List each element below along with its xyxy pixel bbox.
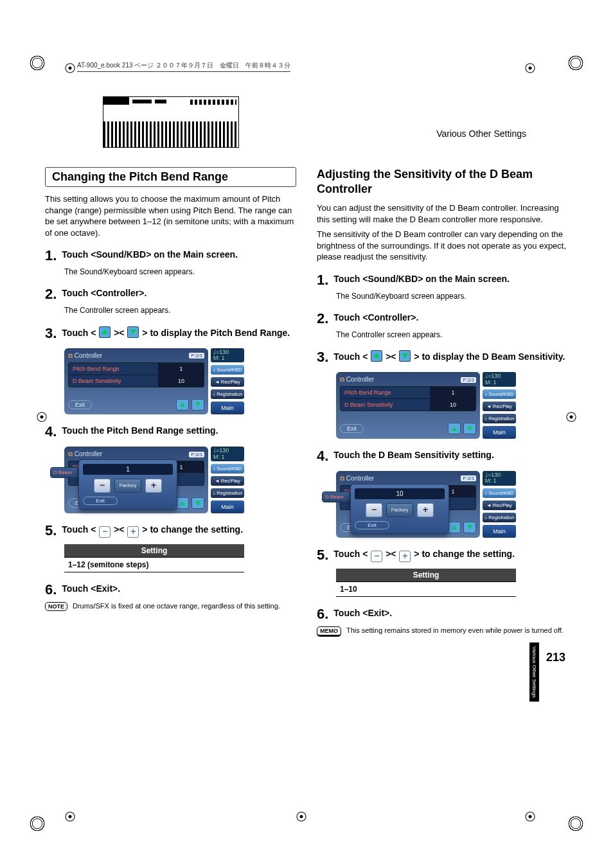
step-text: Touch <Controller>. <box>333 312 418 323</box>
setting-value: 10 <box>431 398 475 411</box>
down-button <box>191 497 204 509</box>
up-arrow-icon <box>371 350 382 362</box>
step-frag: > to change the setting. <box>139 524 243 535</box>
step-frag: Touch < <box>333 351 370 362</box>
setting-value: 1 <box>159 363 204 375</box>
page-indicator: P.3/3 <box>461 377 476 383</box>
intro-text: This setting allows you to choose the ma… <box>45 193 296 238</box>
up-button <box>176 399 189 411</box>
controller-edit-screen-image: ⧉ Controller P.3/3 Pitch Bend Range1 .. … <box>64 447 244 513</box>
popup-value: 10 <box>355 488 445 499</box>
step-subtext: The Sound/Keyboard screen appears. <box>336 291 568 301</box>
step-number: 2. <box>45 287 57 301</box>
setting-table: Setting 1–12 (semitone steps) <box>64 544 244 572</box>
minus-icon: − <box>99 526 111 538</box>
plus-icon: + <box>127 526 139 538</box>
step-frag: >< <box>111 328 127 338</box>
minus-button: − <box>366 503 382 517</box>
minus-icon: − <box>371 551 382 562</box>
step-frag: > to change the setting. <box>411 549 515 559</box>
step-text: Touch <Sound/KBD> on the Main screen. <box>62 249 238 260</box>
step-text: Touch <Controller>. <box>62 287 147 299</box>
plus-button: + <box>145 479 162 493</box>
down-button <box>463 423 476 434</box>
book-header-line: AT-900_e.book 213 ページ ２００７年９月７日 金曜日 午前８時… <box>77 61 290 72</box>
popup-exit-button: Exit <box>355 521 389 529</box>
setting-table-header: Setting <box>64 544 244 558</box>
step-frag: >< <box>383 351 398 362</box>
step-text: Touch <Exit>. <box>62 583 120 594</box>
step-frag: >< <box>383 549 398 559</box>
value-popup: 10 − Factory + Exit <box>350 484 449 534</box>
note-tag: NOTE <box>45 602 67 611</box>
memo-tag: MEMO <box>317 626 341 637</box>
registration-mark <box>36 411 48 423</box>
page-indicator: P.3/3 <box>189 452 204 457</box>
down-button <box>191 399 204 411</box>
intro-text: You can adjust the sensitivity of the D … <box>317 202 568 225</box>
popup-exit-button: Exit <box>83 497 118 505</box>
step-frag: >< <box>111 524 127 535</box>
plus-button: + <box>417 503 434 517</box>
tempo-indicator: ♩=130M: 1 <box>211 348 244 363</box>
setting-value: 1 <box>431 387 475 398</box>
section-title-d-beam: Adjusting the Sensitivity of the D Beam … <box>317 167 568 196</box>
registration-button: ⌂ Registration <box>483 414 516 423</box>
step-number: 1. <box>45 249 57 263</box>
up-button <box>448 423 461 434</box>
popup-value: 1 <box>83 464 173 475</box>
setting-label: D Beam Sensitivity <box>341 398 431 411</box>
step-number: 6. <box>317 607 328 621</box>
step-text: Touch < − >< + > to change the setting. <box>333 548 515 562</box>
intro-text: The sensitivity of the D Beam controller… <box>317 229 568 263</box>
down-arrow-icon <box>127 326 139 338</box>
controller-edit-screen-image: ⧉ Controller P.3/3 Pitch Bend Range1 .. … <box>336 471 516 538</box>
memo-text: This setting remains stored in memory ev… <box>346 626 564 634</box>
step-frag: > to display the D Beam Sensitivity. <box>411 351 565 362</box>
tempo-indicator: ♩=130M: 1 <box>483 471 516 486</box>
step-text: Touch < >< > to display the Pitch Bend R… <box>62 326 290 339</box>
exit-button: Exit <box>68 400 92 409</box>
screen-title: ⧉ Controller <box>68 450 102 458</box>
d-beam-side-tab: D Beam <box>50 467 78 478</box>
sound-kbd-button: ♪ Sound/KBD <box>211 365 244 375</box>
registration-mark <box>64 62 76 74</box>
setting-table: Setting 1–10 <box>336 569 516 597</box>
main-button: Main <box>483 426 516 439</box>
main-button: Main <box>211 402 244 414</box>
chapter-heading: Various Other Settings <box>436 128 526 139</box>
down-arrow-icon <box>399 350 411 362</box>
main-button: Main <box>211 500 244 513</box>
step-text: Touch the Pitch Bend Range setting. <box>62 425 218 436</box>
screen-title: ⧉ Controller <box>68 352 102 360</box>
factory-button: Factory <box>386 503 413 517</box>
value-popup: 1 − Factory + Exit <box>78 459 177 509</box>
registration-mark <box>64 811 76 822</box>
screen-title: ⧉ Controller <box>340 475 374 483</box>
registration-mark <box>524 62 536 74</box>
step-subtext: The Sound/Keyboard screen appears. <box>64 267 296 277</box>
setting-label: D Beam Sensitivity <box>69 375 159 387</box>
side-chapter-tab: Various Other Settings <box>529 642 539 702</box>
plus-icon: + <box>399 551 411 562</box>
registration-mark <box>524 811 536 822</box>
section-title-pitch-bend: Changing the Pitch Bend Range <box>45 167 296 187</box>
up-button <box>448 522 461 533</box>
rec-play-button: ◄ Rec/Play <box>211 476 244 486</box>
setting-table-cell: 1–12 (semitone steps) <box>64 558 244 572</box>
note-text: Drums/SFX is fixed at one octave range, … <box>73 602 280 610</box>
step-number: 6. <box>45 583 57 597</box>
setting-label: Pitch Bend Range <box>341 387 431 398</box>
setting-table-header: Setting <box>336 569 516 582</box>
up-button <box>176 497 189 509</box>
registration-button: ⌂ Registration <box>211 389 244 399</box>
screen-title: ⧉ Controller <box>340 376 374 384</box>
rec-play-button: ◄ Rec/Play <box>211 377 244 387</box>
step-text: Touch <Sound/KBD> on the Main screen. <box>333 273 510 285</box>
rec-play-button: ◄ Rec/Play <box>483 500 516 510</box>
page-indicator: P.3/3 <box>461 475 476 481</box>
page-indicator: P.3/3 <box>189 353 204 359</box>
controller-screen-image: ⧉ Controller P.3/3 Pitch Bend Range1 D B… <box>336 372 516 439</box>
setting-table-cell: 1–10 <box>336 581 516 596</box>
step-number: 5. <box>45 524 57 538</box>
